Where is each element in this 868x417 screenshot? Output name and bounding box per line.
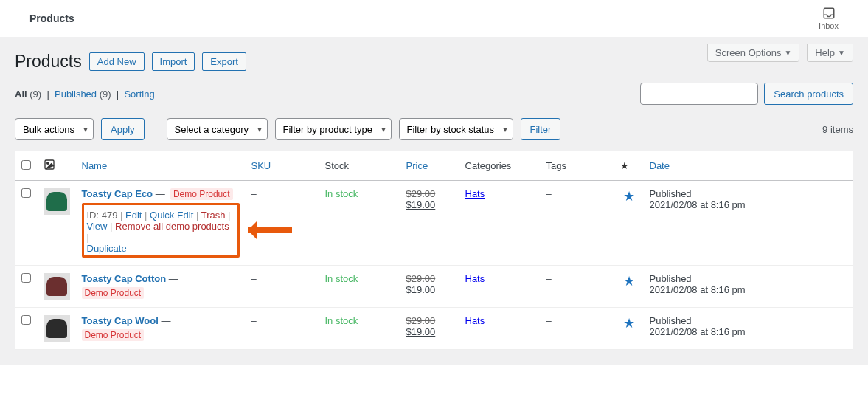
view-links: All (9) | Published (9) | Sorting: [15, 89, 155, 100]
help-label: Help: [815, 47, 835, 58]
date-value: 2021/02/08 at 8:16 pm: [650, 326, 746, 337]
demo-badge: Demo Product: [82, 329, 145, 341]
product-title-link[interactable]: Toasty Cap Wool: [82, 315, 159, 326]
date-published-label: Published: [650, 315, 692, 326]
demo-badge: Demo Product: [170, 188, 233, 200]
mdash: —: [169, 273, 178, 284]
tags-cell: –: [541, 266, 614, 308]
mdash: —: [156, 188, 165, 199]
product-thumbnail[interactable]: [44, 188, 70, 215]
col-categories: Categories: [459, 151, 541, 181]
inbox-icon: [822, 7, 836, 20]
topbar-title: Products: [29, 13, 74, 24]
demo-badge: Demo Product: [82, 287, 145, 299]
product-thumbnail[interactable]: [44, 315, 70, 342]
search-input[interactable]: [640, 83, 758, 105]
row-checkbox[interactable]: [21, 188, 31, 198]
category-filter-select[interactable]: Select a category: [167, 118, 268, 140]
tags-cell: –: [541, 308, 614, 350]
page-title: Products: [15, 52, 82, 72]
price-regular: $29.00: [406, 188, 436, 199]
image-icon: [44, 162, 55, 173]
row-checkbox[interactable]: [21, 273, 31, 283]
price-sale: $19.00: [406, 326, 436, 337]
view-published-count: (9): [100, 89, 111, 100]
date-value: 2021/02/08 at 8:16 pm: [650, 284, 746, 295]
featured-star-toggle[interactable]: ★: [623, 316, 635, 331]
view-published[interactable]: Published: [55, 89, 97, 100]
bulk-actions-select[interactable]: Bulk actions: [15, 118, 94, 140]
view-sorting[interactable]: Sorting: [124, 89, 154, 100]
row-actions-highlight: ID: 479 | Edit | Quick Edit | Trash | Vi…: [82, 203, 240, 258]
import-button[interactable]: Import: [152, 52, 195, 71]
search-products-button[interactable]: Search products: [764, 83, 853, 105]
price-sale: $19.00: [406, 284, 436, 295]
callout-arrow-icon: [248, 227, 292, 233]
col-date[interactable]: Date: [650, 160, 670, 171]
svg-point-2: [46, 162, 49, 165]
mdash: —: [161, 315, 170, 326]
row-checkbox[interactable]: [21, 315, 31, 325]
star-icon: ★: [620, 160, 629, 171]
remove-demo-link[interactable]: Remove all demo products: [115, 221, 229, 232]
price-sale: $19.00: [406, 199, 436, 210]
add-new-button[interactable]: Add New: [89, 52, 145, 71]
category-link[interactable]: Hats: [465, 273, 485, 284]
sku-cell: –: [246, 181, 319, 266]
duplicate-link[interactable]: Duplicate: [87, 243, 127, 254]
help-toggle[interactable]: Help ▼: [807, 44, 853, 62]
stock-status: In stock: [325, 188, 358, 199]
chevron-down-icon: ▼: [838, 49, 845, 57]
edit-link[interactable]: Edit: [125, 210, 142, 221]
select-all-checkbox[interactable]: [21, 160, 31, 170]
table-row: Toasty Cap Eco — Demo ProductID: 479 | E…: [15, 181, 853, 266]
row-actions: ID: 479 | Edit | Quick Edit | Trash | Vi…: [87, 210, 235, 254]
inbox-button[interactable]: Inbox: [819, 7, 839, 30]
view-all[interactable]: All: [15, 89, 27, 100]
product-thumbnail[interactable]: [44, 273, 70, 300]
date-published-label: Published: [650, 188, 692, 199]
featured-star-toggle[interactable]: ★: [623, 274, 635, 289]
date-value: 2021/02/08 at 8:16 pm: [650, 199, 746, 210]
trash-link[interactable]: Trash: [201, 210, 226, 221]
tags-cell: –: [541, 181, 614, 266]
col-price[interactable]: Price: [406, 160, 428, 171]
export-button[interactable]: Export: [202, 52, 246, 71]
pipe-sep: |: [114, 89, 124, 100]
sku-cell: –: [246, 308, 319, 350]
screen-options-label: Screen Options: [715, 47, 782, 58]
product-type-filter-select[interactable]: Filter by product type: [275, 118, 392, 140]
category-link[interactable]: Hats: [465, 188, 485, 199]
stock-status: In stock: [325, 315, 358, 326]
col-tags: Tags: [541, 151, 614, 181]
row-id: ID: 479: [87, 210, 118, 221]
screen-options-toggle[interactable]: Screen Options ▼: [707, 44, 800, 62]
price-regular: $29.00: [406, 315, 436, 326]
product-title-link[interactable]: Toasty Cap Cotton: [82, 273, 167, 284]
col-sku[interactable]: SKU: [251, 160, 271, 171]
filter-button[interactable]: Filter: [521, 118, 561, 140]
sku-cell: –: [246, 266, 319, 308]
table-row: Toasty Cap Wool —Demo Product–In stock$2…: [15, 308, 853, 350]
price-regular: $29.00: [406, 273, 436, 284]
view-link[interactable]: View: [87, 221, 108, 232]
col-name[interactable]: Name: [82, 160, 108, 171]
category-link[interactable]: Hats: [465, 315, 485, 326]
stock-status: In stock: [325, 273, 358, 284]
apply-button[interactable]: Apply: [101, 118, 145, 140]
product-title-link[interactable]: Toasty Cap Eco: [82, 188, 153, 199]
view-all-count: (9): [29, 89, 41, 100]
pipe-sep: |: [44, 89, 55, 100]
items-count: 9 items: [822, 124, 853, 135]
col-stock: Stock: [319, 151, 400, 181]
inbox-label: Inbox: [819, 21, 839, 30]
table-row: Toasty Cap Cotton —Demo Product–In stock…: [15, 266, 853, 308]
quick-edit-link[interactable]: Quick Edit: [150, 210, 193, 221]
date-published-label: Published: [650, 273, 692, 284]
stock-status-filter-select[interactable]: Filter by stock status: [399, 118, 513, 140]
chevron-down-icon: ▼: [784, 49, 791, 57]
featured-star-toggle[interactable]: ★: [623, 189, 635, 204]
